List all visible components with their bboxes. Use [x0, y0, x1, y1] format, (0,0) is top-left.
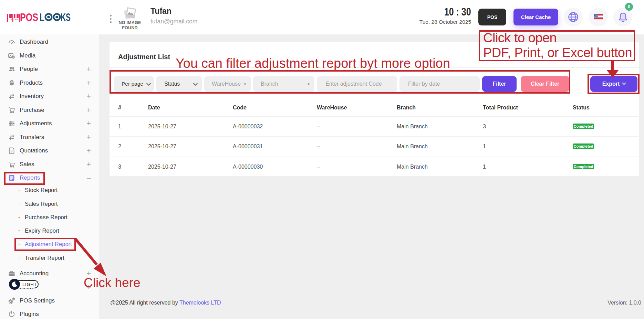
svg-text:1234: 1234 [9, 19, 12, 21]
svg-text:POS: POS [20, 11, 38, 23]
svg-text:5678: 5678 [15, 19, 19, 21]
svg-text:L: L [40, 11, 44, 23]
svg-text:KS: KS [61, 11, 71, 23]
